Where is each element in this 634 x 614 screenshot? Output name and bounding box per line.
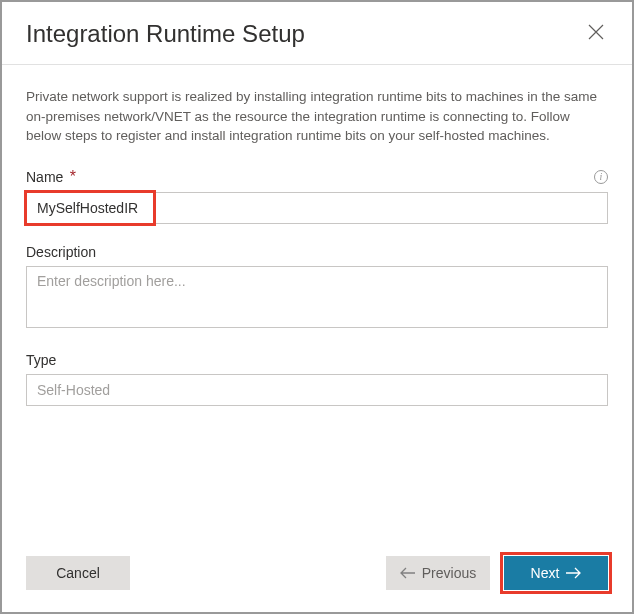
name-field: Name * i	[26, 168, 608, 224]
next-label: Next	[531, 565, 560, 581]
arrow-left-icon	[400, 567, 416, 579]
arrow-right-icon	[565, 567, 581, 579]
name-input[interactable]	[26, 192, 608, 224]
close-icon	[588, 24, 604, 40]
description-field: Description	[26, 244, 608, 332]
dialog-content: Private network support is realized by i…	[2, 65, 632, 556]
intro-text: Private network support is realized by i…	[26, 87, 608, 146]
type-field: Type	[26, 352, 608, 406]
dialog-header: Integration Runtime Setup	[2, 2, 632, 65]
description-input[interactable]	[26, 266, 608, 328]
required-marker: *	[70, 168, 76, 185]
dialog-title: Integration Runtime Setup	[26, 20, 305, 48]
name-label: Name	[26, 169, 63, 185]
description-label: Description	[26, 244, 96, 260]
next-button[interactable]: Next	[504, 556, 608, 590]
previous-button[interactable]: Previous	[386, 556, 490, 590]
type-input	[26, 374, 608, 406]
cancel-label: Cancel	[56, 565, 100, 581]
cancel-button[interactable]: Cancel	[26, 556, 130, 590]
previous-label: Previous	[422, 565, 476, 581]
dialog-footer: Cancel Previous Next	[2, 556, 632, 612]
type-label: Type	[26, 352, 56, 368]
info-icon[interactable]: i	[594, 170, 608, 184]
close-button[interactable]	[584, 20, 608, 44]
